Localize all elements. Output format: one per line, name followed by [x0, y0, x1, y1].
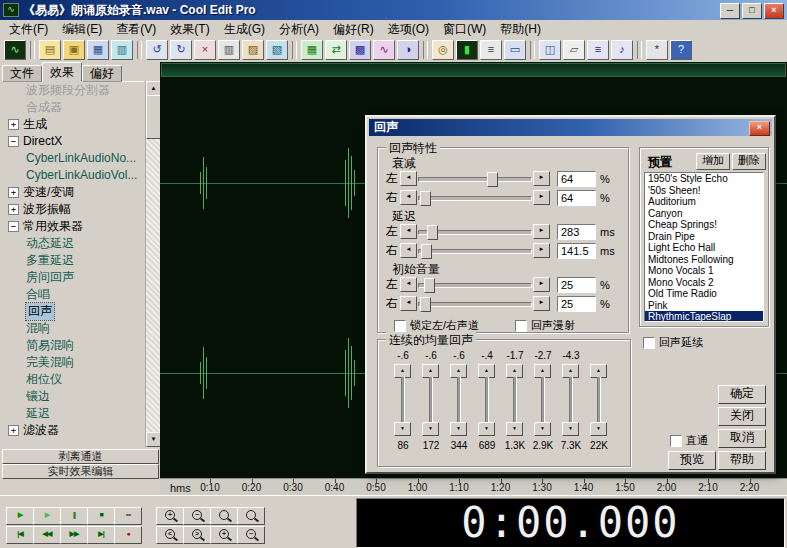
slider-thumb[interactable] — [420, 191, 431, 206]
timeline-ruler[interactable]: hms0:100:200:300:400:501:001:101:201:301… — [160, 478, 787, 496]
expand-icon[interactable]: + — [8, 119, 19, 130]
tree-item[interactable]: 动态延迟 — [2, 235, 144, 252]
slider-thumb[interactable] — [420, 297, 431, 312]
eq-up-arrow-icon[interactable]: ▲ — [450, 364, 467, 378]
new-file-icon[interactable]: ▤ — [39, 40, 61, 60]
preset-item[interactable]: Drain Pipe — [645, 231, 763, 243]
slider-left-arrow-icon[interactable]: ◄ — [400, 277, 417, 292]
menu-item-5[interactable]: 生成(G) — [217, 20, 272, 38]
eq-up-arrow-icon[interactable]: ▲ — [478, 364, 495, 378]
tree-item[interactable]: 镶边 — [2, 388, 144, 405]
realtime-effect-edit-button[interactable]: 实时效果编辑 — [2, 464, 159, 479]
delay-left-value-input[interactable]: 283 — [557, 224, 596, 240]
time-window-icon[interactable]: ▱ — [563, 40, 585, 60]
eq-down-arrow-icon[interactable]: ▼ — [562, 422, 579, 436]
zoom-in-vertical-button[interactable]: + — [210, 526, 238, 544]
dialog-close-button[interactable]: × — [749, 121, 770, 136]
eq-up-arrow-icon[interactable]: ▲ — [562, 364, 579, 378]
menu-item-6[interactable]: 分析(A) — [272, 20, 326, 38]
tree-item[interactable]: 房间回声 — [2, 269, 144, 286]
eq-up-arrow-icon[interactable]: ▲ — [534, 364, 551, 378]
stop-button[interactable]: ■ — [87, 507, 115, 525]
eq-band-slider[interactable]: ▲▼ — [450, 364, 467, 436]
eq-up-arrow-icon[interactable]: ▲ — [506, 364, 523, 378]
slider-right-arrow-icon[interactable]: ► — [533, 296, 550, 311]
go-to-start-button[interactable]: |◀ — [6, 526, 34, 544]
record-button[interactable]: ● — [114, 526, 142, 544]
menu-item-1[interactable]: 文件(F) — [2, 20, 55, 38]
slider-left-arrow-icon[interactable]: ◄ — [400, 243, 417, 258]
expand-icon[interactable]: + — [8, 204, 19, 215]
echo-diffusion-checkbox[interactable]: 回声漫射 — [515, 318, 575, 333]
menu-item-7[interactable]: 偏好(R) — [326, 20, 381, 38]
settings-icon[interactable]: * — [646, 40, 668, 60]
collapse-icon[interactable]: − — [8, 221, 19, 232]
menu-item-9[interactable]: 窗口(W) — [436, 20, 493, 38]
save-file-icon[interactable]: ▦ — [87, 40, 109, 60]
slider-left-arrow-icon[interactable]: ◄ — [400, 224, 417, 239]
eq-up-arrow-icon[interactable]: ▲ — [422, 364, 439, 378]
slider-thumb[interactable] — [427, 225, 438, 240]
checkbox-icon[interactable] — [670, 435, 682, 447]
eq-band-slider[interactable]: ▲▼ — [562, 364, 579, 436]
open-file-icon[interactable]: ▣ — [63, 40, 85, 60]
preset-item[interactable]: Auditorium — [645, 196, 763, 208]
bypass-checkbox[interactable]: 直通 — [670, 433, 708, 448]
eq-band-slider[interactable]: ▲▼ — [590, 364, 607, 436]
slider-right-arrow-icon[interactable]: ► — [533, 224, 550, 239]
tree-scrollbar[interactable]: ▲ ▼ — [145, 81, 160, 447]
cancel-button[interactable]: 取消 — [718, 429, 766, 448]
redo-icon[interactable]: ↻ — [170, 40, 192, 60]
minimize-button[interactable]: ─ — [720, 3, 740, 19]
zoom-selection-button[interactable] — [237, 507, 265, 525]
eq-down-arrow-icon[interactable]: ▼ — [450, 422, 467, 436]
collapse-icon[interactable]: − — [8, 136, 19, 147]
preset-item[interactable]: Pink — [645, 300, 763, 312]
eq-band-slider[interactable]: ▲▼ — [394, 364, 411, 436]
rewind-button[interactable]: ◀◀ — [33, 526, 61, 544]
tree-item[interactable]: 完美混响 — [2, 354, 144, 371]
dialog-titlebar[interactable]: 回声 × — [369, 119, 772, 136]
tree-item[interactable]: 合成器 — [2, 99, 144, 116]
tree-item[interactable]: CyberLinkAudioNo... — [2, 150, 144, 167]
checkbox-icon[interactable] — [515, 320, 527, 332]
preview-button[interactable]: 预览 — [668, 451, 716, 470]
menu-item-3[interactable]: 查看(V) — [109, 20, 163, 38]
slider-thumb[interactable] — [487, 172, 498, 187]
tree-item[interactable]: −常用效果器 — [2, 218, 144, 235]
tab-1[interactable]: 文件 — [2, 65, 42, 82]
preset-item[interactable]: Midtones Following — [645, 254, 763, 266]
preset-item[interactable]: '50s Sheen! — [645, 185, 763, 197]
monitor-icon[interactable]: ▭ — [504, 40, 526, 60]
slider-track[interactable] — [418, 190, 532, 205]
batch-file-icon[interactable]: ▥ — [111, 40, 133, 60]
checkbox-icon[interactable] — [643, 337, 655, 349]
expand-icon[interactable]: + — [8, 187, 19, 198]
zoom-full-button[interactable] — [210, 507, 238, 525]
preset-delete-button[interactable]: 删除 — [732, 153, 766, 170]
menu-item-4[interactable]: 效果(T) — [163, 20, 216, 38]
eq-down-arrow-icon[interactable]: ▼ — [506, 422, 523, 436]
slider-right-arrow-icon[interactable]: ► — [533, 171, 550, 186]
overview-navigator[interactable] — [161, 63, 786, 77]
preset-item[interactable]: Mono Vocals 2 — [645, 277, 763, 289]
expand-icon[interactable]: + — [8, 425, 19, 436]
copy-icon[interactable]: ▥ — [218, 40, 240, 60]
scroll-thumb[interactable] — [146, 95, 161, 139]
mix-paste-icon[interactable]: ▧ — [266, 40, 288, 60]
eq-down-arrow-icon[interactable]: ▼ — [590, 422, 607, 436]
zoom-right-edge-button[interactable]: > — [183, 526, 211, 544]
fast-forward-button[interactable]: ▶▶ — [60, 526, 88, 544]
trim-icon[interactable]: ⇄ — [325, 40, 347, 60]
zoom-left-edge-button[interactable]: < — [156, 526, 184, 544]
slider-left-arrow-icon[interactable]: ◄ — [400, 171, 417, 186]
tree-item[interactable]: 波形频段分割器 — [2, 82, 144, 99]
convert-sample-type-icon[interactable]: ▩ — [349, 40, 371, 60]
slider-track[interactable] — [418, 277, 532, 292]
delay-right-value-input[interactable]: 141.5 — [557, 243, 596, 259]
preset-list[interactable]: 1950's Style Echo'50s Sheen!AuditoriumCa… — [644, 172, 764, 322]
strip-channel-button[interactable]: 剥离通道 — [2, 449, 159, 464]
scroll-up-icon[interactable]: ▲ — [146, 81, 161, 96]
slider-right-arrow-icon[interactable]: ► — [533, 190, 550, 205]
cut-icon[interactable]: × — [194, 40, 216, 60]
